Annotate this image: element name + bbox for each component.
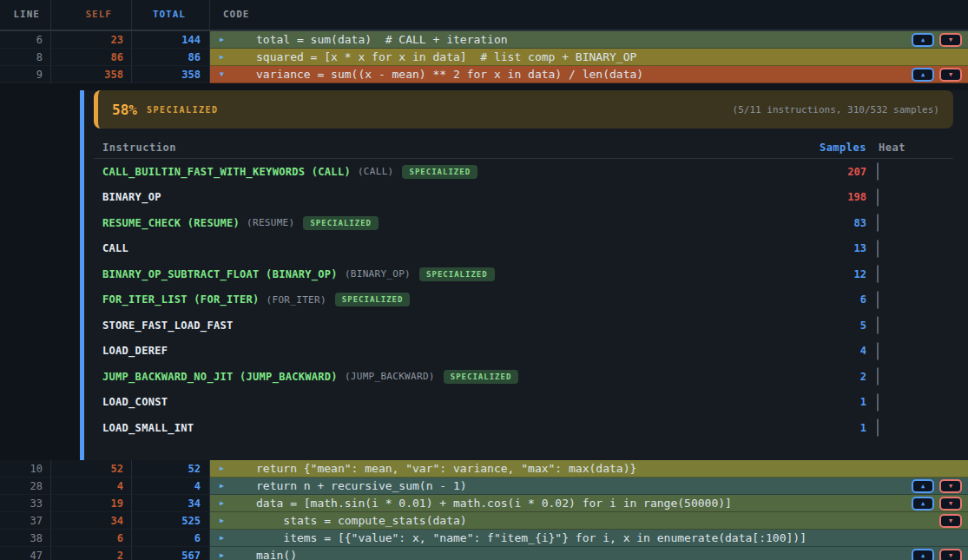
- code-cell[interactable]: ▶ return {"mean": mean, "var": variance,…: [210, 460, 968, 478]
- heat-column-header: Heat: [866, 142, 953, 154]
- column-header-code[interactable]: CODE: [210, 0, 968, 30]
- line-number: 37: [0, 512, 51, 530]
- total-samples: 144: [132, 31, 210, 49]
- heat-bar-track: [877, 162, 879, 181]
- instruction-name: LOAD_DEREF: [102, 345, 168, 357]
- source-code: return {"mean": mean, "var": variance, "…: [256, 462, 636, 475]
- profiler-view: LINE SELF TOTAL CODE 6 23 144 ▶ total = …: [0, 0, 968, 560]
- expand-collapsed-icon[interactable]: ▶: [220, 478, 224, 495]
- jump-up-button[interactable]: ▲: [912, 33, 934, 47]
- expand-collapsed-icon[interactable]: ▶: [220, 512, 224, 530]
- line-number: 6: [0, 31, 51, 49]
- heat-bar-track: [877, 342, 879, 360]
- self-samples: 4: [51, 478, 132, 495]
- heat-cell: [866, 317, 953, 333]
- code-cell[interactable]: ▶ stats = compute_stats(data) ▼: [210, 512, 968, 530]
- heat-cell: [866, 189, 953, 206]
- code-cell[interactable]: ▶ data = [math.sin(i * 0.01) + math.cos(…: [210, 495, 968, 512]
- jump-down-button[interactable]: ▼: [939, 479, 962, 493]
- total-samples: 567: [132, 547, 210, 560]
- heat-bar-track: [877, 240, 879, 258]
- source-code: variance = sum((x - mean) ** 2 for x in …: [256, 68, 643, 81]
- code-row-line-37: 37 34 525 ▶ stats = compute_stats(data) …: [0, 512, 968, 530]
- source-code: main(): [256, 549, 297, 560]
- code-row-line-33: 33 19 34 ▶ data = [math.sin(i * 0.01) + …: [0, 495, 968, 512]
- line-number: 8: [0, 49, 51, 66]
- instruction-name: FOR_ITER_LIST (FOR_ITER): [102, 293, 260, 306]
- column-header-self[interactable]: SELF: [51, 0, 132, 30]
- expand-collapsed-icon[interactable]: ▶: [220, 530, 224, 547]
- heat-bar-track: [877, 367, 879, 385]
- code-cell[interactable]: ▶ return n + recursive_sum(n - 1) ▲ ▼: [210, 478, 968, 495]
- jump-up-button[interactable]: ▲: [912, 497, 934, 511]
- self-samples: 6: [51, 530, 132, 547]
- source-code: data = [math.sin(i * 0.01) + math.cos(i …: [256, 497, 732, 510]
- code-cell[interactable]: ▶ items = [{"value": x, "name": f"item_{…: [210, 530, 968, 547]
- heat-cell: [866, 240, 953, 257]
- instruction-name: LOAD_SMALL_INT: [102, 422, 194, 434]
- specialized-label: SPECIALIZED: [147, 105, 219, 115]
- heat-cell: [866, 163, 953, 180]
- jump-down-button[interactable]: ▼: [939, 33, 962, 47]
- total-samples: 86: [132, 49, 210, 66]
- expand-collapsed-icon[interactable]: ▶: [220, 460, 224, 478]
- heat-bar-track: [877, 393, 879, 412]
- code-cell[interactable]: ▼ variance = sum((x - mean) ** 2 for x i…: [210, 66, 968, 83]
- jump-up-button[interactable]: ▲: [912, 68, 934, 82]
- self-samples: 2: [51, 547, 132, 560]
- sample-count: 1: [804, 422, 866, 434]
- self-samples: 23: [51, 31, 132, 49]
- table-header: LINE SELF TOTAL CODE: [0, 0, 968, 31]
- total-samples: 34: [132, 495, 210, 512]
- column-header-total[interactable]: TOTAL: [132, 0, 210, 30]
- base-opcode: (FOR_ITER): [267, 294, 326, 306]
- source-code: total = sum(data) # CALL + iteration: [256, 33, 508, 46]
- jump-down-button[interactable]: ▼: [939, 549, 962, 560]
- jump-down-button[interactable]: ▼: [939, 68, 962, 82]
- expand-collapsed-icon[interactable]: ▶: [220, 31, 224, 49]
- specialized-badge: SPECIALIZED: [444, 370, 519, 384]
- jump-down-button[interactable]: ▼: [939, 514, 962, 528]
- instruction-name: STORE_FAST_LOAD_FAST: [102, 320, 234, 332]
- expand-collapsed-icon[interactable]: ▶: [220, 495, 224, 512]
- instruction-name: BINARY_OP: [102, 191, 161, 203]
- instruction-column-header: Instruction: [94, 142, 804, 154]
- code-cell[interactable]: ▶ squared = [x * x for x in data] # list…: [210, 49, 968, 66]
- instruction-row: CALL_BUILTIN_FAST_WITH_KEYWORDS (CALL)(C…: [94, 159, 953, 185]
- line-number: 33: [0, 495, 51, 512]
- expand-collapsed-icon[interactable]: ▶: [220, 547, 224, 560]
- heat-cell: [866, 266, 953, 282]
- column-header-line[interactable]: LINE: [0, 0, 51, 30]
- sample-count: 6: [804, 293, 866, 306]
- self-samples: 19: [51, 495, 132, 512]
- instruction-name: JUMP_BACKWARD_NO_JIT (JUMP_BACKWARD): [102, 371, 338, 383]
- self-samples: 86: [51, 49, 132, 66]
- nav-buttons: ▲ ▼: [912, 549, 962, 560]
- heat-cell: [866, 292, 953, 308]
- nav-buttons: ▲ ▼: [912, 33, 962, 47]
- expand-expanded-icon[interactable]: ▼: [220, 66, 224, 83]
- line-number: 47: [0, 547, 51, 560]
- heat-bar-track: [877, 291, 879, 309]
- base-opcode: (CALL): [358, 166, 394, 177]
- nav-buttons: ▲ ▼: [912, 479, 962, 493]
- sample-counts-note: (5/11 instructions, 310/532 samples): [733, 104, 939, 115]
- line-number: 10: [0, 460, 51, 478]
- code-cell[interactable]: ▶ main() ▲ ▼: [210, 547, 968, 560]
- jump-up-button[interactable]: ▲: [912, 549, 934, 560]
- nav-buttons: ▲ ▼: [912, 497, 962, 511]
- code-cell[interactable]: ▶ total = sum(data) # CALL + iteration ▲…: [210, 31, 968, 49]
- specialized-badge: SPECIALIZED: [402, 165, 477, 179]
- jump-up-button[interactable]: ▲: [912, 479, 934, 493]
- total-samples: 525: [132, 512, 210, 530]
- heat-cell: [866, 343, 953, 359]
- code-row-line-47: 47 2 567 ▶ main() ▲ ▼: [0, 547, 968, 560]
- sample-count: 2: [804, 371, 866, 383]
- samples-column-header[interactable]: Samples: [804, 142, 866, 154]
- instruction-row: RESUME_CHECK (RESUME)(RESUME)SPECIALIZED…: [94, 210, 953, 236]
- heat-bar-track: [877, 265, 879, 283]
- heat-cell: [866, 214, 953, 231]
- expand-collapsed-icon[interactable]: ▶: [220, 49, 224, 66]
- specialized-badge: SPECIALIZED: [419, 267, 495, 281]
- jump-down-button[interactable]: ▼: [939, 497, 962, 511]
